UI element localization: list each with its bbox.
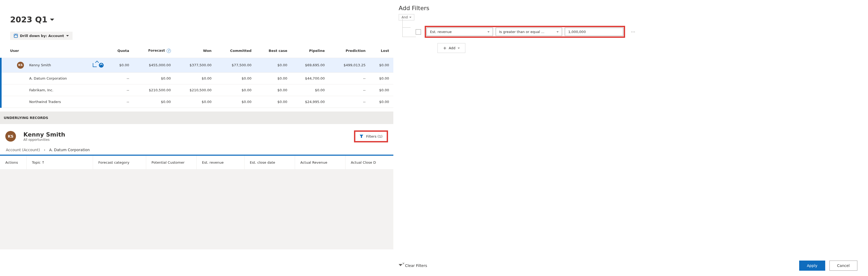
info-icon[interactable]: i — [167, 49, 171, 53]
cell-won: $377,500.00 — [174, 58, 214, 73]
cell-forecast: $210,500.00 — [132, 84, 174, 96]
cell-quota: $0.00 — [106, 58, 132, 73]
forecast-table: User Quota Forecasti Won Committed Best … — [0, 45, 393, 108]
col-pipeline[interactable]: Pipeline — [290, 45, 328, 58]
cell-bestcase: $0.00 — [254, 84, 290, 96]
col-won[interactable]: Won — [174, 45, 214, 58]
breadcrumb-sep: › — [44, 148, 45, 152]
filter-icon — [360, 135, 363, 138]
user-detail-name: Kenny Smith — [23, 131, 65, 138]
add-filters-title: Add Filters — [399, 0, 863, 14]
detail-columns: Actions Topic↑ Forecast category Potenti… — [0, 156, 393, 169]
col-fcat[interactable]: Forecast category — [93, 156, 146, 169]
col-actions[interactable]: Actions — [0, 156, 27, 169]
chevron-down-icon — [557, 31, 559, 32]
row-name: Northwind Traders — [29, 100, 61, 104]
filter-value-input[interactable]: 1,000,000 — [565, 28, 623, 36]
col-prediction[interactable]: Prediction — [328, 45, 368, 58]
col-committed[interactable]: Committed — [214, 45, 254, 58]
cell-quota: -- — [106, 96, 132, 108]
cell-quota: -- — [106, 84, 132, 96]
cell-committed: $77,500.00 — [214, 58, 254, 73]
col-erev[interactable]: Est. revenue — [197, 156, 245, 169]
chevron-down-icon — [488, 31, 490, 32]
drilldown-label: Drill down by: Account — [20, 34, 64, 38]
cell-forecast: $0.00 — [132, 73, 174, 84]
chevron-down-icon — [50, 19, 54, 21]
cell-quota: -- — [106, 73, 132, 84]
cell-pipeline: $24,995.00 — [290, 96, 328, 108]
share-icon[interactable] — [93, 63, 97, 67]
col-lost[interactable]: Lost — [368, 45, 393, 58]
cell-pipeline: $0.00 — [290, 84, 328, 96]
period-selector[interactable]: 2023 Q1 — [0, 15, 393, 32]
col-adate[interactable]: Actual Close D — [345, 156, 393, 169]
cell-prediction: $499,013.25 — [328, 58, 368, 73]
cell-lost: $0.00 — [368, 84, 393, 96]
tree-connector — [402, 18, 416, 37]
cell-bestcase: $0.00 — [254, 58, 290, 73]
col-pcust[interactable]: Potential Customer — [146, 156, 197, 169]
col-quota[interactable]: Quota — [106, 45, 132, 58]
sort-asc-icon: ↑ — [42, 161, 45, 164]
chevron-down-icon — [66, 35, 69, 36]
user-detail-sub: All opportunities — [23, 138, 65, 142]
cell-lost: $0.00 — [368, 96, 393, 108]
breadcrumb: Account (Account) › A. Datum Corporation — [0, 145, 393, 156]
cell-prediction: -- — [328, 96, 368, 108]
table-row[interactable]: A. Datum Corporation--$0.00$0.00$0.00$0.… — [0, 73, 393, 84]
chevron-down-icon — [458, 48, 460, 49]
cell-pipeline: $69,695.00 — [290, 58, 328, 73]
cell-committed: $0.00 — [214, 73, 254, 84]
plus-icon: + — [443, 46, 446, 51]
col-bestcase[interactable]: Best case — [254, 45, 290, 58]
cell-forecast: $455,000.00 — [132, 58, 174, 73]
filters-button[interactable]: Filters (1) — [354, 131, 388, 142]
underlying-records-header: UNDERLYING RECORDS — [0, 112, 393, 124]
table-row[interactable]: KSKenny Smith$0.00$455,000.00$377,500.00… — [0, 58, 393, 73]
cell-committed: $0.00 — [214, 84, 254, 96]
avatar: KS — [5, 131, 16, 142]
cell-bestcase: $0.00 — [254, 96, 290, 108]
filter-operator-select[interactable]: Is greater than or equal ... — [496, 28, 562, 36]
filters-label: Filters (1) — [366, 134, 382, 138]
filter-condition-highlight: Est. revenue Is greater than or equal ..… — [425, 26, 625, 38]
add-filter-button[interactable]: + Add — [437, 43, 465, 53]
cell-won: $0.00 — [174, 73, 214, 84]
col-user[interactable]: User — [0, 45, 106, 58]
cell-prediction: -- — [328, 73, 368, 84]
col-forecast[interactable]: Forecasti — [132, 45, 174, 58]
table-row[interactable]: Northwind Traders--$0.00$0.00$0.00$0.00$… — [0, 96, 393, 108]
clear-filter-icon — [399, 264, 402, 267]
col-topic[interactable]: Topic↑ — [27, 156, 93, 169]
col-arev[interactable]: Actual Revenue — [295, 156, 345, 169]
cell-prediction: -- — [328, 84, 368, 96]
period-label: 2023 Q1 — [10, 15, 47, 24]
clear-filters[interactable]: Clear Filters — [399, 264, 427, 268]
cell-won: $210,500.00 — [174, 84, 214, 96]
cell-lost: $0.00 — [368, 73, 393, 84]
cell-forecast: $0.00 — [132, 96, 174, 108]
target-icon — [14, 34, 18, 38]
expand-icon[interactable] — [99, 63, 104, 67]
cell-won: $0.00 — [174, 96, 214, 108]
cancel-button[interactable]: Cancel — [830, 260, 857, 271]
drilldown-button[interactable]: Drill down by: Account — [10, 32, 72, 40]
more-options[interactable]: ⋯ — [629, 29, 637, 34]
filter-field-select[interactable]: Est. revenue — [427, 28, 493, 36]
cell-pipeline: $44,700.00 — [290, 73, 328, 84]
cell-committed: $0.00 — [214, 96, 254, 108]
col-edate[interactable]: Est. close date — [245, 156, 295, 169]
chevron-down-icon — [409, 17, 411, 18]
row-name: Fabrikam, Inc. — [29, 88, 54, 92]
row-name: Kenny Smith — [29, 63, 51, 67]
breadcrumb-current: A. Datum Corporation — [49, 148, 90, 152]
row-name: A. Datum Corporation — [29, 76, 67, 80]
avatar: KS — [17, 62, 24, 69]
breadcrumb-parent[interactable]: Account (Account) — [6, 148, 40, 152]
cell-bestcase: $0.00 — [254, 73, 290, 84]
apply-button[interactable]: Apply — [799, 260, 825, 271]
table-row[interactable]: Fabrikam, Inc.--$210,500.00$210,500.00$0… — [0, 84, 393, 96]
filter-row-checkbox[interactable] — [416, 29, 421, 35]
cell-lost: $0.00 — [368, 58, 393, 73]
